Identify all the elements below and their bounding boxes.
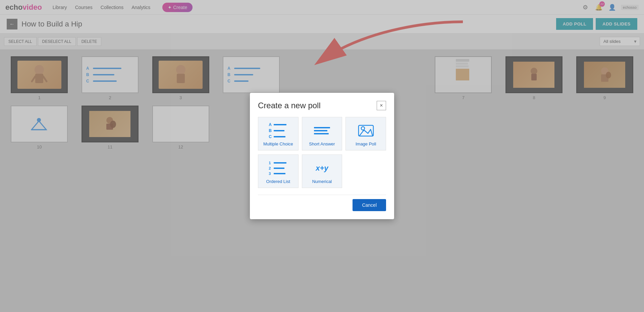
modal-footer: Cancel <box>258 195 386 211</box>
create-poll-modal: Create a new poll × A B C Multiple Choic… <box>250 93 394 219</box>
modal-title: Create a new poll <box>258 101 321 110</box>
svg-point-18 <box>361 127 365 130</box>
modal-close-button[interactable]: × <box>377 101 386 110</box>
image-poll-icon <box>356 123 376 138</box>
short-answer-option[interactable]: Short Answer <box>302 117 342 150</box>
multiple-choice-icon: A B C <box>268 123 288 138</box>
short-answer-icon <box>312 123 332 138</box>
cancel-button[interactable]: Cancel <box>353 199 386 211</box>
ordered-list-label: Ordered List <box>266 179 290 184</box>
image-poll-option[interactable]: Image Poll <box>345 117 386 150</box>
multiple-choice-label: Multiple Choice <box>263 141 293 146</box>
numerical-label: Numerical <box>312 179 332 184</box>
short-answer-label: Short Answer <box>309 141 335 146</box>
numerical-symbol: x+y <box>316 164 328 173</box>
ordered-list-option[interactable]: 1 2 3 Ordered List <box>258 154 299 188</box>
ordered-list-icon: 1 2 3 <box>268 161 288 176</box>
poll-types-row1: A B C Multiple Choice Short Answer <box>258 117 386 150</box>
poll-types-row2: 1 2 3 Ordered List x+y Numerical <box>258 154 386 188</box>
numerical-icon: x+y <box>312 161 332 176</box>
multiple-choice-option[interactable]: A B C Multiple Choice <box>258 117 299 150</box>
image-poll-label: Image Poll <box>356 141 376 146</box>
modal-header: Create a new poll × <box>258 101 386 110</box>
modal-overlay: Create a new poll × A B C Multiple Choic… <box>0 0 644 312</box>
empty-cell <box>345 154 386 188</box>
numerical-option[interactable]: x+y Numerical <box>302 154 342 188</box>
